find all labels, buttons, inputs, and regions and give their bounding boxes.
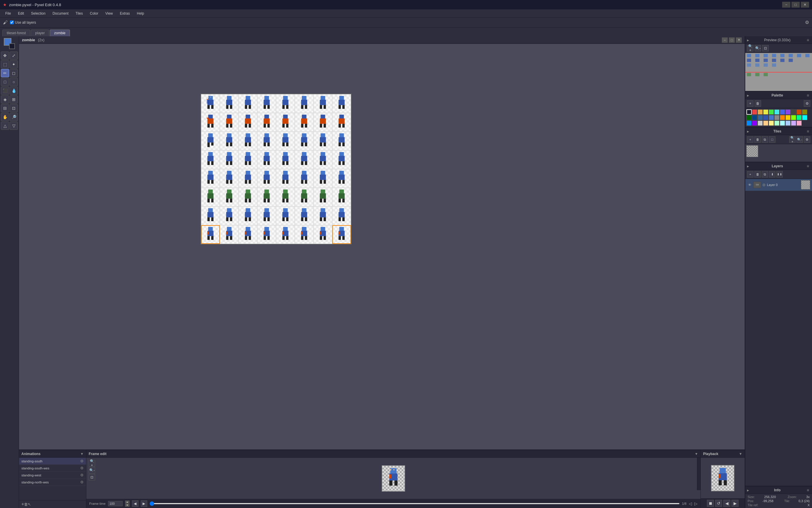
anim-item-1[interactable]: standing-south-wes ⚙ [19, 465, 86, 472]
layer-settings-0-button[interactable]: ⚙ [762, 183, 766, 187]
sprite-cell-6-6[interactable] [313, 207, 332, 225]
sprite-cell-1-1[interactable] [220, 113, 239, 132]
sprite-cell-0-3[interactable] [257, 94, 276, 113]
anim-delete-button[interactable]: 🗑 [24, 502, 28, 507]
frame-time-increment-button[interactable]: ▲ [125, 500, 130, 504]
pencil-tool-button[interactable]: ✏ [1, 69, 9, 77]
palette-color-11[interactable] [746, 115, 752, 120]
sprite-cell-2-5[interactable] [295, 132, 313, 150]
close-button[interactable]: ✕ [801, 2, 809, 8]
sprite-cell-0-6[interactable] [313, 94, 332, 113]
circle-tool-button[interactable]: ○ [10, 78, 18, 86]
use-all-layers-checkbox[interactable]: Use all layers [10, 20, 36, 25]
menu-color[interactable]: Color [87, 10, 101, 16]
sprite-cell-7-0[interactable] [201, 225, 220, 244]
palette-color-5[interactable] [774, 110, 779, 115]
palette-color-20[interactable] [797, 115, 802, 120]
app-settings-button[interactable]: ⚙ [805, 19, 809, 25]
palette-color-1[interactable] [752, 110, 757, 115]
anim-item-3[interactable]: standing-north-wes ⚙ [19, 479, 86, 486]
sprite-cell-0-5[interactable] [295, 94, 313, 113]
move-tool-button[interactable]: ✥ [1, 51, 9, 60]
layer-item-0[interactable]: 👁 S M ⚙ Layer 0 [745, 179, 812, 191]
sprite-cell-3-0[interactable] [201, 150, 220, 169]
sprite-cell-4-2[interactable] [239, 169, 257, 188]
palette-add-button[interactable]: + [747, 100, 753, 107]
sprite-cell-5-5[interactable] [295, 188, 313, 207]
palette-color-25[interactable] [763, 121, 768, 126]
sprite-cell-0-2[interactable] [239, 94, 257, 113]
animations-collapse-button[interactable]: ▼ [80, 452, 84, 456]
layers-collapse-button[interactable]: ≡ [806, 164, 810, 168]
frame-time-decrement-button[interactable]: ▼ [125, 504, 130, 507]
layer-visibility-0-button[interactable]: 👁 [747, 182, 752, 187]
sprite-cell-6-5[interactable] [295, 207, 313, 225]
playback-collapse-button[interactable]: ▼ [739, 452, 742, 456]
frame-zoom-out-button[interactable]: 🔍- [89, 467, 95, 473]
pan-tool-button[interactable]: ✋ [1, 113, 9, 121]
anim-settings-0-button[interactable]: ⚙ [80, 459, 84, 463]
palette-color-23[interactable] [752, 121, 757, 126]
sprite-cell-6-7[interactable] [332, 207, 351, 225]
palette-color-9[interactable] [797, 110, 802, 115]
palette-color-12[interactable] [752, 115, 757, 120]
frame-edit-scrollbar[interactable] [697, 458, 700, 490]
tiles-zoom-out-button[interactable]: 🔍- [797, 136, 803, 143]
sprite-cell-3-4[interactable] [276, 150, 295, 169]
play-reset-button[interactable]: ↺ [715, 500, 722, 507]
canvas-minimize-button[interactable]: − [722, 37, 728, 43]
palette-color-4[interactable] [769, 110, 774, 115]
preview-fit-button[interactable]: ⊡ [762, 45, 769, 51]
tab-tileset-forest[interactable]: tileset-forest [2, 30, 30, 36]
sprite-cell-7-4[interactable] [276, 225, 295, 244]
anim-settings-1-button[interactable]: ⚙ [80, 466, 84, 470]
palette-color-28[interactable] [780, 121, 785, 126]
palette-color-26[interactable] [769, 121, 774, 126]
frame-fit-button[interactable]: ⊡ [89, 474, 95, 480]
sprite-cell-4-1[interactable] [220, 169, 239, 188]
canvas-close-button[interactable]: ✕ [736, 37, 742, 43]
palette-color-8[interactable] [791, 110, 796, 115]
sprite-cell-0-0[interactable] [201, 94, 220, 113]
palette-color-19[interactable] [791, 115, 796, 120]
sprite-cell-3-5[interactable] [295, 150, 313, 169]
sprite-cell-0-4[interactable] [276, 94, 295, 113]
tiles-settings-button[interactable]: ⚙ [804, 136, 810, 143]
preview-minimize-button[interactable]: ▸ [747, 38, 749, 42]
sprite-cell-2-1[interactable] [220, 132, 239, 150]
menu-extras[interactable]: Extras [117, 10, 132, 16]
sprite-cell-7-6[interactable] [313, 225, 332, 244]
frame-zoom-in-button[interactable]: 🔍+ [89, 460, 95, 466]
layers-delete-button[interactable]: 🗑 [754, 171, 761, 177]
eraser-tool-button[interactable]: ◻ [10, 69, 18, 77]
sprite-cell-4-5[interactable] [295, 169, 313, 188]
tiles-add-button[interactable]: + [747, 136, 753, 143]
play-prev-button[interactable]: ◀ [723, 500, 730, 507]
sprite-cell-6-1[interactable] [220, 207, 239, 225]
transform-tool-button[interactable]: ⤢ [10, 51, 18, 60]
sprite-cell-1-7[interactable] [332, 113, 351, 132]
sprite-cell-2-0[interactable] [201, 132, 220, 150]
sprite-cell-7-2[interactable] [239, 225, 257, 244]
eyedropper-tool-button[interactable]: 💧 [10, 87, 18, 95]
palette-color-17[interactable] [780, 115, 785, 120]
sprite-cell-0-1[interactable] [220, 94, 239, 113]
tiles-zoom-in-button[interactable]: 🔍+ [789, 136, 796, 143]
sprite-cell-4-0[interactable] [201, 169, 220, 188]
sprite-cell-2-2[interactable] [239, 132, 257, 150]
palette-delete-button[interactable]: 🗑 [755, 100, 761, 107]
palette-color-3[interactable] [763, 110, 768, 115]
select-rect-tool-button[interactable]: ⬚ [1, 60, 9, 69]
sprite-cell-1-2[interactable] [239, 113, 257, 132]
palette-color-10[interactable] [802, 110, 807, 115]
layers-copy-button[interactable]: ⧉ [762, 171, 768, 177]
layers-merge-all-button[interactable]: ⬇⬇ [776, 171, 783, 177]
sprite-cell-6-4[interactable] [276, 207, 295, 225]
menu-view[interactable]: View [103, 10, 116, 16]
palette-color-6[interactable] [780, 110, 785, 115]
minimize-button[interactable]: − [782, 2, 790, 8]
play-next-button[interactable]: ▶ [732, 500, 738, 507]
anim-settings-2-button[interactable]: ⚙ [80, 473, 84, 477]
tile-place-tool-button[interactable]: ⊡ [10, 104, 18, 112]
palette-color-15[interactable] [769, 115, 774, 120]
